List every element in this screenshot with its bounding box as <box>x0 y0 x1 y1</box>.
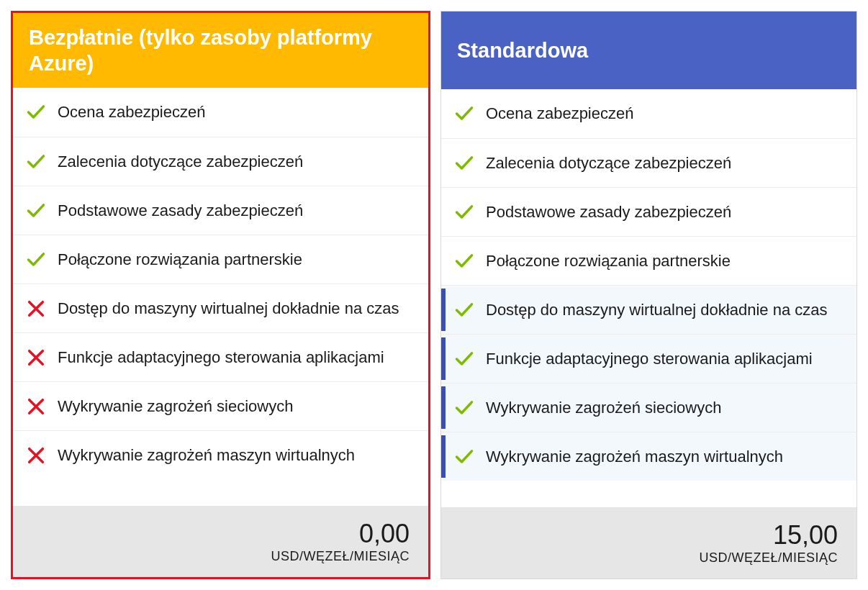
feature-row: Dostęp do maszyny wirtualnej dokładnie n… <box>13 283 428 332</box>
check-icon <box>26 250 58 270</box>
plan-card-standard[interactable]: Standardowa Ocena zabezpieczeń Zalecenia… <box>440 11 857 579</box>
feature-label: Połączone rozwiązania partnerskie <box>58 250 415 270</box>
feature-row: Podstawowe zasady zabezpieczeń <box>441 187 856 236</box>
feature-row: Połączone rozwiązania partnerskie <box>441 236 856 285</box>
plan-header-free: Bezpłatnie (tylko zasoby platformy Azure… <box>13 13 428 88</box>
check-icon <box>454 202 486 222</box>
price-value: 0,00 <box>32 520 410 548</box>
check-icon <box>26 152 58 172</box>
feature-label: Wykrywanie zagrożeń maszyn wirtualnych <box>58 445 415 466</box>
price-box-free: 0,00 USD/WĘZEŁ/MIESIĄC <box>13 506 428 577</box>
check-icon <box>454 104 486 124</box>
feature-row: Ocena zabezpieczeń <box>441 89 856 138</box>
pricing-tier-selector: Bezpłatnie (tylko zasoby platformy Azure… <box>0 0 868 590</box>
feature-label: Zalecenia dotyczące zabezpieczeń <box>58 152 415 172</box>
price-value: 15,00 <box>460 522 838 549</box>
price-box-standard: 15,00 USD/WĘZEŁ/MIESIĄC <box>441 507 856 578</box>
feature-row: Podstawowe zasady zabezpieczeń <box>13 186 428 235</box>
feature-row: Funkcje adaptacyjnego sterowania aplikac… <box>441 334 856 383</box>
feature-row: Ocena zabezpieczeń <box>13 88 428 137</box>
plan-title: Bezpłatnie (tylko zasoby platformy Azure… <box>29 24 412 77</box>
feature-row: Wykrywanie zagrożeń maszyn wirtualnych <box>441 432 856 481</box>
feature-list-standard: Ocena zabezpieczeń Zalecenia dotyczące z… <box>441 89 856 481</box>
feature-label: Dostęp do maszyny wirtualnej dokładnie n… <box>486 300 844 320</box>
feature-row: Zalecenia dotyczące zabezpieczeń <box>13 137 428 186</box>
feature-label: Ocena zabezpieczeń <box>58 102 415 122</box>
price-unit: USD/WĘZEŁ/MIESIĄC <box>460 550 838 566</box>
feature-list-free: Ocena zabezpieczeń Zalecenia dotyczące z… <box>13 88 428 479</box>
check-icon <box>454 398 486 418</box>
feature-label: Zalecenia dotyczące zabezpieczeń <box>486 153 844 173</box>
feature-label: Podstawowe zasady zabezpieczeń <box>486 202 844 222</box>
plan-title: Standardowa <box>457 37 588 63</box>
feature-label: Podstawowe zasady zabezpieczeń <box>58 201 415 221</box>
price-unit: USD/WĘZEŁ/MIESIĄC <box>32 549 410 564</box>
check-icon <box>454 349 486 369</box>
check-icon <box>454 251 486 271</box>
feature-label: Funkcje adaptacyjnego sterowania aplikac… <box>486 349 844 369</box>
feature-row: Wykrywanie zagrożeń maszyn wirtualnych <box>13 430 428 479</box>
feature-row: Zalecenia dotyczące zabezpieczeń <box>441 138 856 187</box>
check-icon <box>454 447 486 467</box>
cross-icon <box>26 299 58 319</box>
cross-icon <box>26 445 58 466</box>
feature-row: Dostęp do maszyny wirtualnej dokładnie n… <box>441 285 856 334</box>
feature-label: Wykrywanie zagrożeń maszyn wirtualnych <box>486 447 844 467</box>
feature-row: Połączone rozwiązania partnerskie <box>13 235 428 283</box>
feature-row: Wykrywanie zagrożeń sieciowych <box>441 383 856 432</box>
feature-label: Wykrywanie zagrożeń sieciowych <box>58 396 415 417</box>
cross-icon <box>26 396 58 417</box>
feature-label: Funkcje adaptacyjnego sterowania aplikac… <box>58 348 415 368</box>
feature-label: Połączone rozwiązania partnerskie <box>486 251 844 271</box>
feature-label: Ocena zabezpieczeń <box>486 104 844 124</box>
feature-row: Wykrywanie zagrożeń sieciowych <box>13 381 428 430</box>
plan-card-free[interactable]: Bezpłatnie (tylko zasoby platformy Azure… <box>11 11 430 579</box>
check-icon <box>26 201 58 221</box>
plan-header-standard: Standardowa <box>441 12 856 89</box>
check-icon <box>454 300 486 320</box>
feature-label: Wykrywanie zagrożeń sieciowych <box>486 398 844 418</box>
feature-row: Funkcje adaptacyjnego sterowania aplikac… <box>13 332 428 381</box>
check-icon <box>454 153 486 173</box>
cross-icon <box>26 348 58 368</box>
check-icon <box>26 102 58 122</box>
feature-label: Dostęp do maszyny wirtualnej dokładnie n… <box>58 299 415 319</box>
